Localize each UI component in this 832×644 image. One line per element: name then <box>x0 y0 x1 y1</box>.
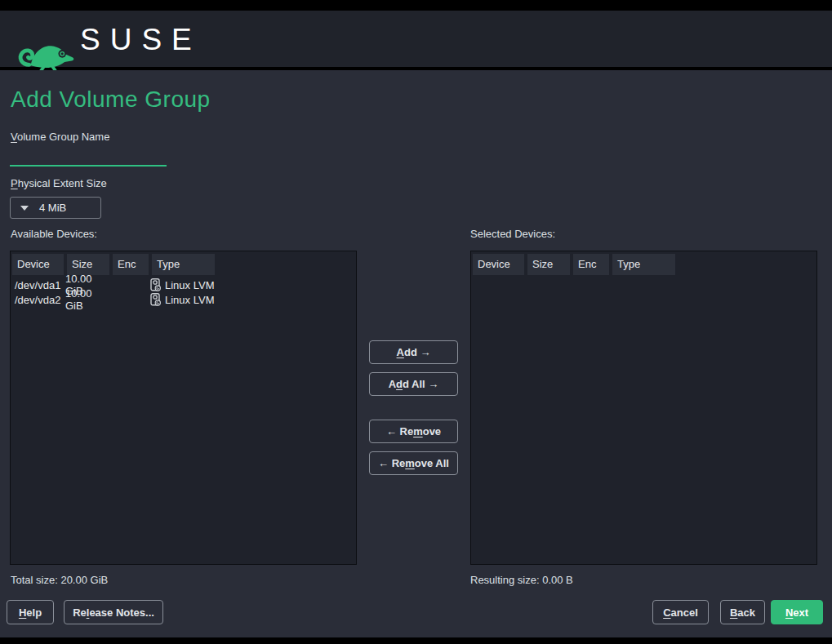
add-button[interactable]: Add → <box>369 340 458 364</box>
cell-size: 10.00 GiB <box>65 287 111 312</box>
table-row[interactable]: /dev/vda1 10.00 GiB Linux LVM <box>11 278 356 292</box>
suse-chameleon-logo-icon <box>16 30 77 71</box>
brand-wordmark: SUSE <box>80 11 202 69</box>
physical-extent-size-label: Physical Extent Size <box>11 177 107 189</box>
next-button[interactable]: Next <box>771 600 823 624</box>
available-devices-table[interactable]: Device Size Enc Type /dev/vda1 10.00 GiB… <box>10 251 357 565</box>
header-bar: SUSE <box>0 11 832 69</box>
cell-type-label: Linux LVM <box>165 294 214 306</box>
selected-table-header: Device Size Enc Type <box>471 251 816 275</box>
table-row[interactable]: /dev/vda2 10.00 GiB Linux LVM <box>11 292 356 307</box>
available-table-body: /dev/vda1 10.00 GiB Linux LVM /dev/vda2 … <box>11 278 356 307</box>
column-header-device[interactable]: Device <box>12 254 64 275</box>
resulting-size-text: Resulting size: 0.00 B <box>470 574 573 586</box>
column-header-enc[interactable]: Enc <box>573 254 609 275</box>
cell-type: Linux LVM <box>150 293 214 306</box>
volume-group-name-label: Volume Group Name <box>11 131 109 143</box>
cell-type-label: Linux LVM <box>165 279 214 291</box>
selected-devices-label: Selected Devices: <box>470 228 555 240</box>
cell-device: /dev/vda1 <box>11 279 65 291</box>
column-header-enc[interactable]: Enc <box>113 254 149 275</box>
help-button[interactable]: Help <box>7 600 54 624</box>
page-title: Add Volume Group <box>11 87 211 113</box>
add-all-button[interactable]: Add All → <box>369 372 458 396</box>
column-header-size[interactable]: Size <box>527 254 570 275</box>
total-size-text: Total size: 20.00 GiB <box>11 574 108 586</box>
lvm-partition-icon <box>150 293 161 306</box>
cell-device: /dev/vda2 <box>11 294 65 306</box>
physical-extent-size-value: 4 MiB <box>39 202 66 214</box>
physical-extent-size-select[interactable]: 4 MiB <box>10 197 101 219</box>
dialog-add-volume-group: Add Volume Group Volume Group Name Physi… <box>0 70 832 637</box>
available-devices-label: Available Devices: <box>11 228 97 240</box>
remove-button[interactable]: ← Remove <box>369 420 458 443</box>
chevron-down-icon <box>20 206 29 211</box>
column-header-type[interactable]: Type <box>152 254 215 275</box>
lvm-partition-icon <box>150 278 161 291</box>
available-table-header: Device Size Enc Type <box>11 251 356 275</box>
release-notes-button[interactable]: Release Notes... <box>64 600 163 624</box>
volume-group-name-input[interactable] <box>10 150 167 167</box>
cell-type: Linux LVM <box>150 278 214 291</box>
column-header-device[interactable]: Device <box>473 254 524 275</box>
selected-devices-table[interactable]: Device Size Enc Type <box>470 251 817 565</box>
column-header-type[interactable]: Type <box>612 254 675 275</box>
remove-all-button[interactable]: ← Remove All <box>369 451 458 475</box>
back-button[interactable]: Back <box>720 600 765 624</box>
cancel-button[interactable]: Cancel <box>652 600 709 624</box>
